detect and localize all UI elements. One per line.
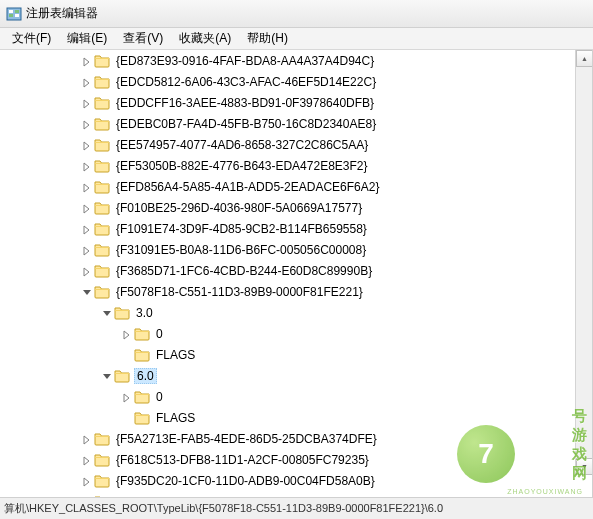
tree-item-label[interactable]: 0 [154, 390, 165, 404]
folder-icon [94, 431, 110, 447]
statusbar: 算机\HKEY_CLASSES_ROOT\TypeLib\{F5078F18-C… [0, 497, 593, 519]
tree-item-label[interactable]: {F9C24C76-8C9C-45CE-8A36-CB2FF2FDB24F} [114, 495, 378, 498]
chevron-right-icon[interactable] [82, 434, 92, 444]
chevron-right-icon[interactable] [82, 119, 92, 129]
tree-item-label[interactable]: {F3685D71-1FC6-4CBD-B244-E60D8C89990B} [114, 264, 374, 278]
folder-icon [94, 74, 110, 90]
tree-item-label[interactable]: 0 [154, 327, 165, 341]
menu-file[interactable]: 文件(F) [4, 28, 59, 49]
tree-item-label[interactable]: 6.0 [134, 368, 157, 384]
chevron-down-icon[interactable] [102, 308, 112, 318]
registry-tree[interactable]: {ED873E93-0916-4FAF-BDA8-AA4A37A4D94C}{E… [0, 50, 580, 497]
vertical-scrollbar[interactable]: ▲ ▼ [575, 50, 592, 475]
chevron-right-icon[interactable] [82, 476, 92, 486]
tree-item-label[interactable]: {F010BE25-296D-4036-980F-5A0669A17577} [114, 201, 364, 215]
tree-item-label[interactable]: {EFD856A4-5A85-4A1B-ADD5-2EADACE6F6A2} [114, 180, 381, 194]
tree-item-label[interactable]: {EE574957-4077-4AD6-8658-327C2C86C5AA} [114, 138, 370, 152]
tree-item-label[interactable]: {F5A2713E-FAB5-4EDE-86D5-25DCBA374DFE} [114, 432, 379, 446]
menu-view[interactable]: 查看(V) [115, 28, 171, 49]
tree-item-label[interactable]: {F1091E74-3D9F-4D85-9CB2-B114FB659558} [114, 222, 369, 236]
folder-icon [94, 158, 110, 174]
menu-edit[interactable]: 编辑(E) [59, 28, 115, 49]
chevron-right-icon[interactable] [82, 455, 92, 465]
tree-row[interactable]: {F5A2713E-FAB5-4EDE-86D5-25DCBA374DFE} [0, 428, 580, 449]
chevron-right-icon[interactable] [82, 245, 92, 255]
tree-row[interactable]: {F31091E5-B0A8-11D6-B6FC-005056C00008} [0, 239, 580, 260]
folder-icon [134, 326, 150, 342]
chevron-right-icon [122, 413, 132, 423]
tree-row[interactable]: 6.0 [0, 365, 580, 386]
folder-icon [134, 347, 150, 363]
tree-row[interactable]: {F618C513-DFB8-11D1-A2CF-00805FC79235} [0, 449, 580, 470]
folder-icon [114, 305, 130, 321]
chevron-right-icon[interactable] [82, 161, 92, 171]
tree-item-label[interactable]: {F31091E5-B0A8-11D6-B6FC-005056C00008} [114, 243, 368, 257]
tree-row[interactable]: {EDCD5812-6A06-43C3-AFAC-46EF5D14E22C} [0, 71, 580, 92]
tree-row[interactable]: 0 [0, 323, 580, 344]
chevron-right-icon[interactable] [82, 77, 92, 87]
chevron-right-icon [122, 350, 132, 360]
chevron-right-icon[interactable] [82, 203, 92, 213]
tree-row[interactable]: {EDEBC0B7-FA4D-45FB-B750-16C8D2340AE8} [0, 113, 580, 134]
tree-row[interactable]: {EE574957-4077-4AD6-8658-327C2C86C5AA} [0, 134, 580, 155]
tree-item-label[interactable]: {F5078F18-C551-11D3-89B9-0000F81FE221} [114, 285, 365, 299]
tree-item-label[interactable]: {EDDCFF16-3AEE-4883-BD91-0F3978640DFB} [114, 96, 376, 110]
tree-row[interactable]: {EDDCFF16-3AEE-4883-BD91-0F3978640DFB} [0, 92, 580, 113]
svg-rect-1 [9, 10, 13, 13]
tree-row[interactable]: 0 [0, 386, 580, 407]
tree-item-label[interactable]: {F935DC20-1CF0-11D0-ADB9-00C04FD58A0B} [114, 474, 377, 488]
folder-icon [94, 473, 110, 489]
menu-help[interactable]: 帮助(H) [239, 28, 296, 49]
tree-row[interactable]: FLAGS [0, 344, 580, 365]
chevron-right-icon[interactable] [82, 56, 92, 66]
tree-item-label[interactable]: {EDCD5812-6A06-43C3-AFAC-46EF5D14E22C} [114, 75, 378, 89]
tree-row[interactable]: {F5078F18-C551-11D3-89B9-0000F81FE221} [0, 281, 580, 302]
chevron-right-icon[interactable] [82, 98, 92, 108]
status-path: 算机\HKEY_CLASSES_ROOT\TypeLib\{F5078F18-C… [4, 501, 443, 516]
chevron-down-icon[interactable] [82, 287, 92, 297]
svg-rect-4 [15, 14, 19, 17]
scroll-down-button[interactable]: ▼ [576, 458, 593, 475]
tree-row[interactable]: {EFD856A4-5A85-4A1B-ADD5-2EADACE6F6A2} [0, 176, 580, 197]
tree-item-label[interactable]: {EDEBC0B7-FA4D-45FB-B750-16C8D2340AE8} [114, 117, 378, 131]
folder-icon [114, 368, 130, 384]
tree-item-label[interactable]: 3.0 [134, 306, 155, 320]
tree-item-label[interactable]: FLAGS [154, 348, 197, 362]
tree-row[interactable]: 3.0 [0, 302, 580, 323]
folder-icon [94, 53, 110, 69]
chevron-right-icon[interactable] [122, 392, 132, 402]
tree-row[interactable]: FLAGS [0, 407, 580, 428]
regedit-icon [6, 6, 22, 22]
tree-row[interactable]: {EF53050B-882E-4776-B643-EDA472E8E3F2} [0, 155, 580, 176]
chevron-right-icon[interactable] [82, 224, 92, 234]
menu-favorites[interactable]: 收藏夹(A) [171, 28, 239, 49]
tree-item-label[interactable]: {F618C513-DFB8-11D1-A2CF-00805FC79235} [114, 453, 371, 467]
titlebar: 注册表编辑器 [0, 0, 593, 28]
window-title: 注册表编辑器 [26, 5, 98, 22]
tree-row[interactable]: {ED873E93-0916-4FAF-BDA8-AA4A37A4D94C} [0, 50, 580, 71]
chevron-down-icon[interactable] [102, 371, 112, 381]
tree-row[interactable]: {F935DC20-1CF0-11D0-ADB9-00C04FD58A0B} [0, 470, 580, 491]
chevron-right-icon[interactable] [82, 140, 92, 150]
folder-icon [94, 242, 110, 258]
svg-rect-3 [15, 10, 19, 13]
tree-item-label[interactable]: FLAGS [154, 411, 197, 425]
folder-icon [94, 116, 110, 132]
chevron-right-icon[interactable] [82, 497, 92, 498]
folder-icon [94, 179, 110, 195]
tree-item-label[interactable]: {ED873E93-0916-4FAF-BDA8-AA4A37A4D94C} [114, 54, 376, 68]
tree-row[interactable]: {F3685D71-1FC6-4CBD-B244-E60D8C89990B} [0, 260, 580, 281]
chevron-right-icon[interactable] [82, 182, 92, 192]
tree-item-label[interactable]: {EF53050B-882E-4776-B643-EDA472E8E3F2} [114, 159, 370, 173]
menubar: 文件(F) 编辑(E) 查看(V) 收藏夹(A) 帮助(H) [0, 28, 593, 50]
scrollbar-track[interactable] [576, 67, 592, 458]
folder-icon [94, 200, 110, 216]
folder-icon [94, 263, 110, 279]
tree-row[interactable]: {F1091E74-3D9F-4D85-9CB2-B114FB659558} [0, 218, 580, 239]
chevron-right-icon[interactable] [122, 329, 132, 339]
svg-rect-2 [9, 14, 13, 17]
tree-row[interactable]: {F010BE25-296D-4036-980F-5A0669A17577} [0, 197, 580, 218]
chevron-right-icon[interactable] [82, 266, 92, 276]
tree-row[interactable]: {F9C24C76-8C9C-45CE-8A36-CB2FF2FDB24F} [0, 491, 580, 497]
scroll-up-button[interactable]: ▲ [576, 50, 593, 67]
